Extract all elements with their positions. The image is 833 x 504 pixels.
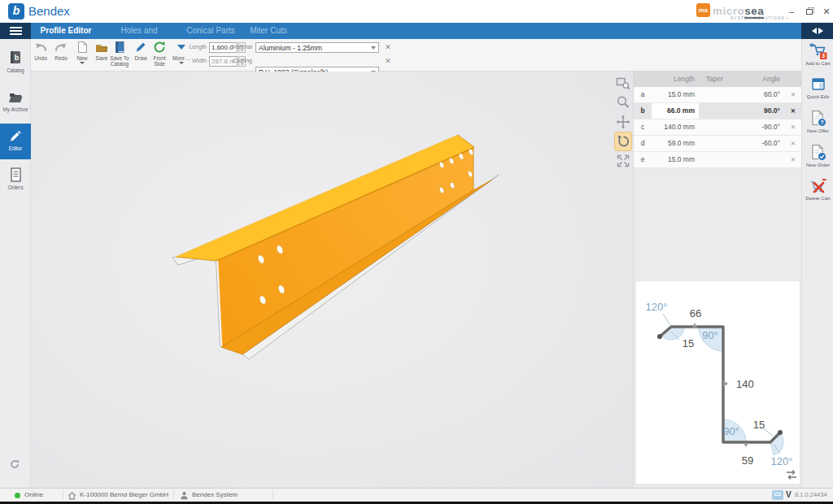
delete-segment-button[interactable]: ✕: [784, 119, 802, 135]
profile-3d-beam: [31, 72, 633, 488]
sync-icon[interactable]: [8, 458, 21, 471]
minimize-button[interactable]: –: [785, 6, 798, 18]
vendor-tagline: SYSTEM SOLUTIONS ▪: [731, 15, 789, 20]
coating-label: Coating: [226, 58, 252, 63]
maximize-icon: [806, 9, 813, 15]
viewport-3d[interactable]: [31, 72, 633, 488]
user-icon: [180, 491, 189, 500]
fit-view-tool[interactable]: [614, 151, 632, 171]
segments-panel: Length Taper Angle a 15.0 mm 60.0° ✕ b 6…: [633, 72, 801, 488]
new-offer-icon: ?: [809, 110, 827, 128]
rotate-icon: [616, 134, 630, 149]
cart-badge: 3: [822, 53, 825, 59]
segment-row-c[interactable]: c 140.0 mm -90.0° ✕: [634, 119, 802, 136]
collapse-panel-button[interactable]: [801, 23, 833, 39]
collapse-icon: [812, 28, 817, 34]
front-side-button[interactable]: Front Side: [148, 41, 171, 70]
add-to-cart-button[interactable]: 3 Add to Cart: [802, 41, 833, 73]
segment-row-b-selected[interactable]: b 66.0 mm 90.0° ✕: [634, 103, 802, 119]
delete-cart-button[interactable]: Delete Cart: [802, 176, 833, 209]
rotate-tool[interactable]: [614, 132, 632, 151]
width-label: Width: [182, 58, 207, 63]
new-order-button[interactable]: New Order: [802, 143, 833, 176]
customer-label: K-100000 Bernd Bieger GmbH: [80, 489, 168, 502]
chat-icon[interactable]: [772, 490, 783, 500]
maximize-button[interactable]: [803, 6, 816, 18]
sidebar-item-my-archive[interactable]: My Archive: [0, 85, 31, 120]
close-button[interactable]: ✕: [820, 6, 833, 18]
segment-row-e[interactable]: e 15.0 mm ✕: [634, 152, 802, 168]
pan-icon: [616, 115, 630, 129]
material-dropdown-arrow[interactable]: [371, 46, 376, 52]
tab-profile-editor[interactable]: Profile Editor: [39, 23, 93, 39]
undo-button[interactable]: Undo: [31, 41, 50, 70]
zoom-selection-icon: [616, 76, 630, 90]
angle-bottom: 90°: [723, 425, 739, 437]
new-dropdown-caret[interactable]: [80, 62, 85, 67]
online-status-icon: [15, 493, 20, 498]
version-label: 8.1.0.24434: [795, 489, 827, 502]
tab-bar: Profile Editor Holes and Notches Conical…: [0, 23, 833, 39]
column-header-angle[interactable]: Angle: [727, 72, 780, 87]
undo-icon: [34, 41, 47, 54]
refresh-icon: [153, 41, 166, 54]
title-bar: b Bendex ms microsea SYSTEM SOLUTIONS ▪ …: [0, 0, 833, 23]
zoom-tool[interactable]: [614, 93, 632, 112]
new-button[interactable]: New: [72, 41, 93, 70]
column-header-taper[interactable]: Taper: [699, 72, 723, 87]
material-clear-button[interactable]: ✕: [384, 42, 392, 53]
profile-2d-sketch: 66 15 140 59 15 120° 90° 90° 120°: [636, 281, 800, 484]
coating-clear-button[interactable]: ✕: [384, 56, 392, 67]
new-offer-button[interactable]: ? New Offer: [802, 109, 833, 141]
sidebar-item-orders[interactable]: Orders: [0, 163, 31, 198]
tab-holes-and-notches[interactable]: Holes and Notches: [106, 23, 172, 39]
tab-miter-cuts[interactable]: Miter Cuts: [247, 23, 290, 39]
orders-icon: [7, 167, 24, 183]
vendor-logo: ms microsea SYSTEM SOLUTIONS ▪: [696, 3, 764, 21]
quick-edit-icon: [809, 76, 827, 93]
microsea-icon: ms: [696, 3, 710, 17]
sidebar-item-editor[interactable]: Editor: [0, 124, 31, 159]
segments-table-header: Length Taper Angle: [634, 72, 802, 87]
length-label: Length: [182, 44, 207, 50]
tab-conical-parts[interactable]: Conical Parts: [184, 23, 238, 39]
bendex-logo-icon: b: [8, 3, 24, 20]
quick-edit-button[interactable]: Quick Edit: [802, 75, 833, 107]
svg-text:?: ?: [820, 119, 824, 126]
dim-length-top: 66: [690, 307, 701, 319]
segment-row-d[interactable]: d 59.0 mm -60.0° ✕: [634, 136, 802, 152]
angle-top-left: 120°: [646, 301, 668, 313]
delete-segment-button[interactable]: ✕: [784, 152, 802, 167]
folder-icon: [7, 89, 24, 105]
material-select[interactable]: Aluminium - 1.25mm: [255, 42, 379, 53]
left-sidebar: b Catalog My Archive Editor Orders: [0, 39, 31, 488]
redo-icon: [55, 41, 68, 54]
sidebar-item-catalog[interactable]: b Catalog: [0, 46, 31, 81]
zoom-selection-tool[interactable]: [614, 73, 632, 93]
catalog-icon: b: [7, 50, 24, 66]
version-prefix: V: [786, 489, 792, 502]
editor-pencil-icon: [7, 128, 24, 144]
delete-segment-button[interactable]: ✕: [784, 103, 802, 119]
flip-profile-button[interactable]: [787, 471, 796, 480]
angle-top: 90°: [702, 329, 718, 341]
save-to-catalog-button[interactable]: Save To Catalog: [106, 41, 133, 70]
fit-view-icon: [616, 154, 630, 168]
online-status-label: Online: [24, 489, 43, 502]
menu-button[interactable]: [0, 23, 31, 39]
delete-segment-button[interactable]: ✕: [784, 87, 802, 102]
viewport-toolbar: [614, 73, 632, 171]
redo-button[interactable]: Redo: [51, 41, 71, 70]
magnifier-icon: [616, 95, 630, 110]
dim-flange-bottom: 15: [753, 419, 765, 431]
catalog-book-icon: [113, 41, 126, 54]
pan-tool[interactable]: [614, 112, 632, 132]
dim-length-bottom: 59: [742, 454, 753, 467]
dim-flange-top: 15: [683, 337, 694, 350]
column-header-length[interactable]: Length: [652, 72, 695, 87]
status-bar: Online K-100000 Bernd Bieger GmbH Bendex…: [0, 488, 833, 502]
segment-row-a[interactable]: a 15.0 mm 60.0° ✕: [634, 87, 802, 103]
delete-segment-button[interactable]: ✕: [784, 136, 802, 151]
profile-2d-sketch-panel: 66 15 140 59 15 120° 90° 90° 120°: [635, 280, 800, 484]
angle-bottom-right: 120°: [771, 455, 793, 467]
